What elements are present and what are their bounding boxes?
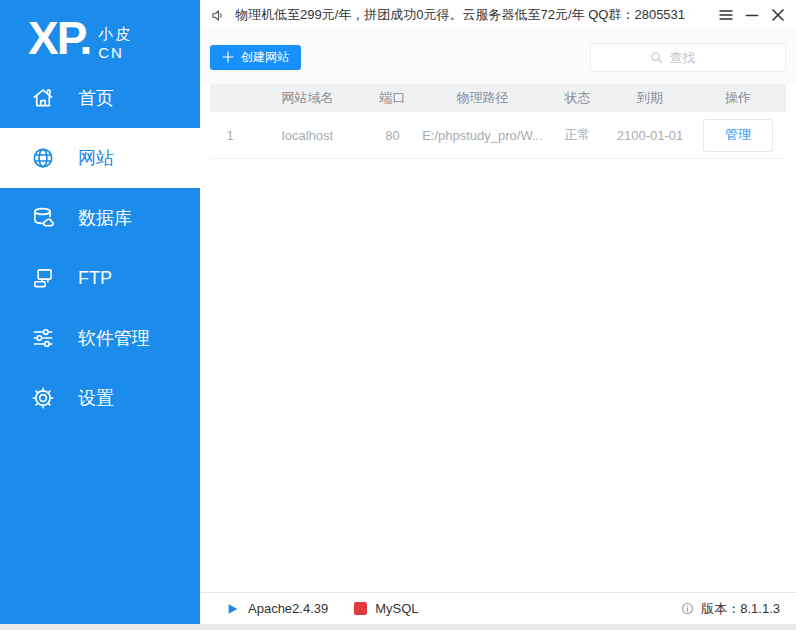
- header-status: 状态: [545, 89, 610, 107]
- row-expiry: 2100-01-01: [610, 128, 690, 143]
- main-panel: 物理机低至299元/年，拼团成功0元得。云服务器低至72元/年 QQ群：2805…: [200, 0, 796, 624]
- sidebar-item-label: FTP: [78, 268, 112, 289]
- header-domain: 网站域名: [250, 89, 365, 107]
- header-action: 操作: [690, 89, 786, 107]
- sidebar-item-label: 数据库: [78, 206, 132, 230]
- sidebar-item-home[interactable]: 首页: [0, 68, 200, 128]
- statusbar: Apache2.4.39 MySQL 版本：8.1.1.3: [200, 592, 796, 624]
- sidebar-item-ftp[interactable]: FTP: [0, 248, 200, 308]
- sidebar-item-settings[interactable]: 设置: [0, 368, 200, 428]
- search-icon: [649, 50, 664, 65]
- version-info: 版本：8.1.1.3: [680, 600, 780, 618]
- row-action-cell: 管理: [690, 119, 786, 152]
- mysql-status: MySQL: [354, 601, 418, 616]
- sidebar-item-label: 软件管理: [78, 326, 150, 350]
- sidebar-item-label: 网站: [78, 146, 114, 170]
- window-bottom-edge: [0, 624, 796, 630]
- play-icon: [226, 602, 240, 616]
- database-icon: [30, 205, 56, 231]
- ftp-icon: [30, 265, 56, 291]
- speaker-icon: [210, 7, 227, 24]
- create-site-button[interactable]: 创建网站: [210, 45, 301, 70]
- row-port: 80: [365, 128, 420, 143]
- close-icon[interactable]: [770, 7, 786, 23]
- sidebar: XP. 小皮 CN 首页: [0, 0, 200, 624]
- header-path: 物理路径: [420, 89, 545, 107]
- table-header-row: 网站域名 端口 物理路径 状态 到期 操作: [210, 84, 786, 112]
- search-input[interactable]: [670, 50, 728, 65]
- announcement-text: 物理机低至299元/年，拼团成功0元得。云服务器低至72元/年 QQ群：2805…: [235, 6, 685, 24]
- row-domain: localhost: [250, 128, 365, 143]
- logo-text-sub: 小皮 CN: [98, 24, 132, 62]
- sidebar-item-software[interactable]: 软件管理: [0, 308, 200, 368]
- stop-icon: [354, 602, 367, 615]
- manage-button[interactable]: 管理: [703, 119, 773, 152]
- row-status: 正常: [545, 126, 610, 144]
- sidebar-item-label: 首页: [78, 86, 114, 110]
- logo-text-xp: XP.: [28, 14, 90, 62]
- home-icon: [30, 85, 56, 111]
- logo-text-xiaopi: 小皮: [98, 24, 132, 43]
- create-site-label: 创建网站: [241, 49, 289, 66]
- sidebar-item-label: 设置: [78, 386, 114, 410]
- sidebar-nav: 首页 网站 数据库: [0, 68, 200, 428]
- row-path: E:/phpstudy_pro/W...: [420, 128, 545, 143]
- apache-status: Apache2.4.39: [226, 601, 328, 616]
- app-logo: XP. 小皮 CN: [0, 0, 200, 62]
- mysql-label: MySQL: [375, 601, 418, 616]
- header-port: 端口: [365, 89, 420, 107]
- gear-icon: [30, 385, 56, 411]
- plus-icon: [222, 51, 234, 63]
- logo-text-cn: CN: [98, 43, 132, 62]
- sidebar-item-database[interactable]: 数据库: [0, 188, 200, 248]
- row-index: 1: [210, 128, 250, 143]
- info-icon: [680, 601, 695, 616]
- websites-table: 网站域名 端口 物理路径 状态 到期 操作 1 localhost 80 E:/…: [200, 84, 796, 159]
- menu-icon[interactable]: [718, 7, 734, 23]
- header-expiry: 到期: [610, 89, 690, 107]
- titlebar: 物理机低至299元/年，拼团成功0元得。云服务器低至72元/年 QQ群：2805…: [200, 0, 796, 30]
- table-row: 1 localhost 80 E:/phpstudy_pro/W... 正常 2…: [210, 112, 786, 159]
- toolbar: 创建网站: [200, 30, 796, 84]
- apache-label: Apache2.4.39: [248, 601, 328, 616]
- minimize-icon[interactable]: [744, 7, 760, 23]
- window-controls: [708, 7, 786, 23]
- sliders-icon: [30, 325, 56, 351]
- version-text: 版本：8.1.1.3: [701, 600, 780, 618]
- search-box[interactable]: [590, 43, 786, 72]
- sidebar-item-websites[interactable]: 网站: [0, 128, 200, 188]
- globe-icon: [30, 145, 56, 171]
